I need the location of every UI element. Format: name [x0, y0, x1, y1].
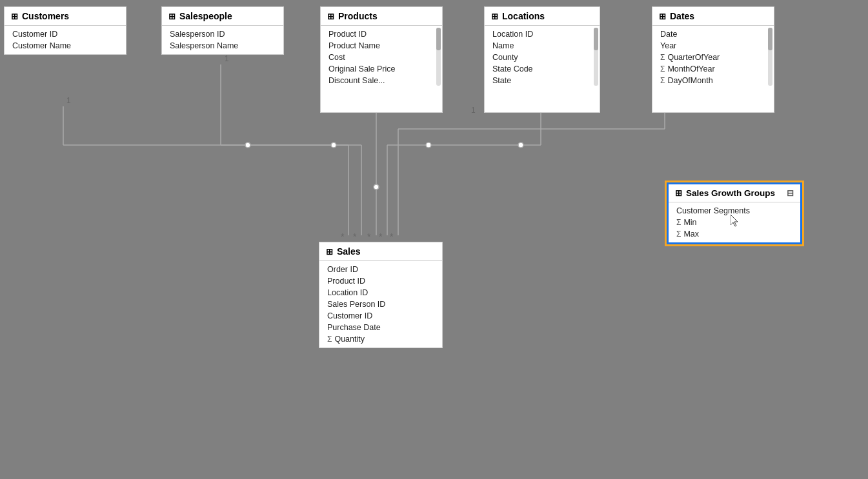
- sigma-icon: Σ: [660, 76, 665, 85]
- customers-title: Customers: [22, 11, 69, 21]
- field-label: Order ID: [327, 265, 358, 274]
- field-label: MonthOfYear: [667, 64, 714, 73]
- salespeople-table: ⊞ Salespeople Salesperson ID Salesperson…: [161, 6, 284, 55]
- field-label: DayOfMonth: [667, 76, 712, 85]
- sigma-icon: Σ: [676, 218, 681, 227]
- sigma-icon: Σ: [660, 64, 665, 73]
- field-label: Quantity: [334, 335, 365, 344]
- collapse-icon[interactable]: ⊟: [787, 188, 794, 198]
- customers-table: ⊞ Customers Customer ID Customer Name: [4, 6, 126, 55]
- field-label: Year: [660, 41, 676, 50]
- sales-table-body: Order ID Product ID Location ID Sales Pe…: [319, 261, 442, 347]
- table-grid-icon: ⊞: [675, 188, 682, 198]
- table-row: Σ DayOfMonth: [652, 75, 774, 86]
- table-row: State Code: [485, 63, 600, 75]
- table-row: Original Sale Price: [321, 63, 442, 75]
- sales-growth-groups-body: Customer Segments Σ Min Σ Max: [669, 202, 800, 242]
- field-label: Customer ID: [12, 30, 57, 39]
- svg-text:*: *: [379, 231, 383, 242]
- dates-table-header: ⊞ Dates: [652, 7, 774, 26]
- customers-table-header: ⊞ Customers: [5, 7, 126, 26]
- svg-text:*: *: [390, 231, 394, 242]
- table-row: Σ MonthOfYear: [652, 63, 774, 75]
- locations-table: ⊞ Locations Location ID Name County Stat…: [484, 6, 600, 113]
- svg-text:*: *: [367, 231, 371, 242]
- table-row: Σ Max: [669, 228, 800, 240]
- field-label: Name: [492, 41, 514, 50]
- locations-title: Locations: [502, 11, 545, 21]
- table-row: Product ID: [319, 275, 442, 287]
- salespeople-table-body: Salesperson ID Salesperson Name: [162, 26, 283, 54]
- table-row: Customer Name: [5, 40, 126, 52]
- sales-title: Sales: [337, 246, 361, 257]
- field-label: Max: [683, 230, 699, 239]
- field-label: Product Name: [328, 41, 380, 50]
- table-row: Product Name: [321, 40, 442, 52]
- customers-table-body: Customer ID Customer Name: [5, 26, 126, 54]
- table-row: Σ Quantity: [319, 333, 442, 345]
- field-label: Customer ID: [327, 311, 372, 320]
- field-label: Salesperson Name: [170, 41, 238, 50]
- table-row: Product ID: [321, 28, 442, 40]
- sales-table: ⊞ Sales Order ID Product ID Location ID …: [319, 242, 443, 348]
- table-row: Location ID: [319, 287, 442, 298]
- table-row: Order ID: [319, 264, 442, 275]
- field-label: Discount Sale...: [328, 76, 385, 85]
- table-row: Purchase Date: [319, 322, 442, 333]
- svg-text:1: 1: [66, 96, 71, 105]
- field-label: Customer Name: [12, 41, 71, 50]
- table-row: Name: [485, 40, 600, 52]
- table-row: Customer Segments: [669, 205, 800, 217]
- salespeople-title: Salespeople: [179, 11, 232, 21]
- sales-growth-groups-table[interactable]: ⊞ Sales Growth Groups ⊟ Customer Segment…: [667, 182, 802, 244]
- field-label: Product ID: [328, 30, 367, 39]
- svg-text:1: 1: [471, 106, 476, 115]
- field-label: Original Sale Price: [328, 64, 396, 73]
- locations-table-header: ⊞ Locations: [485, 7, 600, 26]
- table-row: State: [485, 75, 600, 86]
- salespeople-table-header: ⊞ Salespeople: [162, 7, 283, 26]
- products-table-header: ⊞ Products: [321, 7, 442, 26]
- locations-table-body: Location ID Name County State Code State: [485, 26, 600, 89]
- field-label: Min: [683, 218, 696, 227]
- field-label: Date: [660, 30, 677, 39]
- table-row: County: [485, 52, 600, 63]
- table-grid-icon: ⊞: [168, 12, 176, 21]
- field-label: Product ID: [327, 277, 365, 286]
- table-row: Salesperson ID: [162, 28, 283, 40]
- svg-text:*: *: [341, 231, 345, 242]
- field-label: Sales Person ID: [327, 300, 385, 309]
- products-table-body: Product ID Product Name Cost Original Sa…: [321, 26, 442, 89]
- sigma-icon: Σ: [676, 230, 681, 239]
- table-row: Salesperson Name: [162, 40, 283, 52]
- field-label: Location ID: [327, 288, 368, 297]
- svg-point-23: [245, 142, 250, 148]
- field-label: County: [492, 53, 518, 62]
- table-row: Σ QuarterOfYear: [652, 52, 774, 63]
- svg-text:*: *: [353, 231, 357, 242]
- table-grid-icon: ⊞: [11, 12, 18, 21]
- svg-point-27: [374, 184, 379, 190]
- dates-table-body: Date Year Σ QuarterOfYear Σ MonthOfYear …: [652, 26, 774, 89]
- svg-point-25: [426, 142, 431, 148]
- table-grid-icon: ⊞: [327, 12, 334, 21]
- table-row: Location ID: [485, 28, 600, 40]
- sales-table-header: ⊞ Sales: [319, 242, 442, 261]
- dates-table: ⊞ Dates Date Year Σ QuarterOfYear Σ Mont…: [652, 6, 774, 113]
- field-label: Location ID: [492, 30, 533, 39]
- field-label: Purchase Date: [327, 323, 381, 332]
- field-label: State Code: [492, 64, 533, 73]
- field-label: Salesperson ID: [170, 30, 225, 39]
- sales-growth-groups-title: Sales Growth Groups: [686, 188, 775, 198]
- svg-text:1: 1: [225, 54, 229, 63]
- table-row: Year: [652, 40, 774, 52]
- table-grid-icon: ⊞: [659, 12, 666, 21]
- field-label: Customer Segments: [676, 206, 750, 215]
- products-table: ⊞ Products Product ID Product Name Cost …: [320, 6, 443, 113]
- sales-growth-groups-header: ⊞ Sales Growth Groups ⊟: [669, 184, 800, 202]
- table-row: Σ Min: [669, 217, 800, 228]
- table-grid-icon: ⊞: [326, 247, 333, 257]
- table-row: Sales Person ID: [319, 298, 442, 310]
- field-label: State: [492, 76, 511, 85]
- sigma-icon: Σ: [660, 53, 665, 62]
